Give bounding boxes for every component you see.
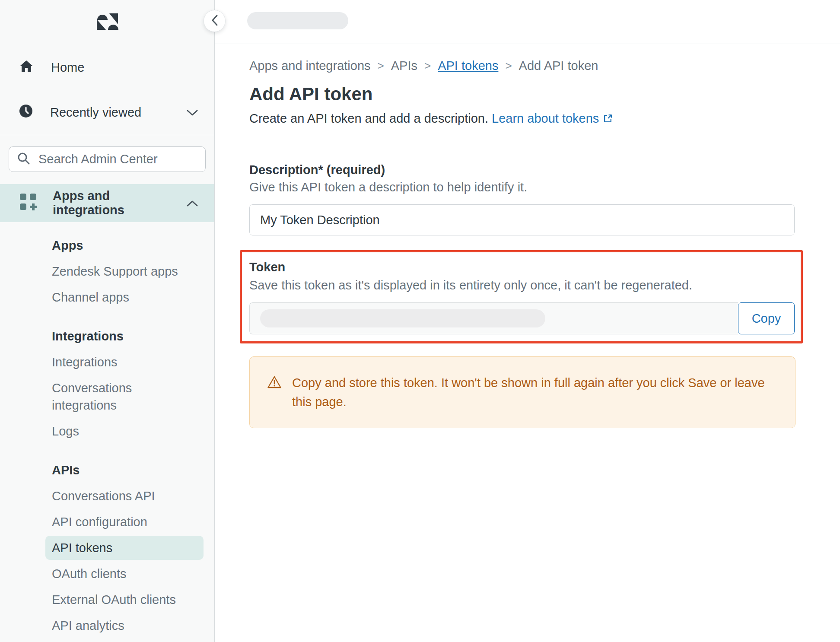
- chevron-up-icon: [186, 196, 199, 210]
- sidebar: Home Recently viewed: [0, 0, 215, 642]
- zendesk-logo-icon: [95, 12, 119, 33]
- learn-about-tokens-link[interactable]: Learn about tokens: [492, 111, 613, 125]
- breadcrumb-current-add-api-token: Add API token: [519, 57, 598, 74]
- token-label: Token: [249, 258, 795, 276]
- breadcrumb-separator-icon: >: [424, 57, 431, 74]
- breadcrumb: Apps and integrations > APIs > API token…: [249, 57, 795, 74]
- warning-triangle-icon: [267, 375, 282, 391]
- collapse-sidebar-button[interactable]: [204, 10, 226, 32]
- sidebar-item-recently-viewed[interactable]: Recently viewed: [0, 99, 214, 126]
- main-area: Apps and integrations > APIs > API token…: [215, 0, 840, 642]
- header-loading-skeleton: [247, 12, 348, 29]
- group-header-apis: APIs: [52, 461, 197, 479]
- main-header: [215, 0, 840, 44]
- description-help-text: Give this API token a description to hel…: [249, 178, 795, 196]
- apps-grid-icon: [19, 193, 37, 214]
- sidebar-section-apps-and-integrations[interactable]: Apps and integrations: [0, 184, 214, 222]
- page-title: Add API token: [249, 83, 795, 105]
- section-label: Apps and integrations: [53, 189, 170, 217]
- breadcrumb-apps-and-integrations[interactable]: Apps and integrations: [249, 57, 371, 74]
- warning-alert-text: Copy and store this token. It won't be s…: [292, 373, 771, 411]
- recently-viewed-label: Recently viewed: [50, 105, 141, 120]
- sidebar-item-zendesk-support-apps[interactable]: Zendesk Support apps: [52, 263, 197, 280]
- sidebar-item-conversations-integrations[interactable]: Conversations integrations: [52, 379, 197, 414]
- search-icon: [17, 152, 31, 167]
- description-label: Description* (required): [249, 161, 795, 178]
- copy-token-button[interactable]: Copy: [738, 302, 795, 334]
- sidebar-item-external-oauth-clients[interactable]: External OAuth clients: [52, 591, 197, 608]
- token-help-text: Save this token as it's displayed in its…: [249, 277, 795, 294]
- page-subtitle: Create an API token and add a descriptio…: [249, 110, 795, 128]
- token-section-highlight: Token Save this token as it's displayed …: [240, 250, 803, 343]
- token-value-field[interactable]: [249, 302, 738, 334]
- home-icon: [19, 60, 34, 76]
- sidebar-item-channel-apps[interactable]: Channel apps: [52, 289, 197, 306]
- breadcrumb-separator-icon: >: [378, 57, 384, 74]
- group-header-apps: Apps: [52, 237, 197, 254]
- sidebar-item-home[interactable]: Home: [0, 54, 214, 81]
- external-link-icon: [602, 113, 613, 127]
- group-header-integrations: Integrations: [52, 327, 197, 345]
- logo-row: [0, 0, 214, 45]
- sidebar-item-api-configuration[interactable]: API configuration: [52, 513, 197, 531]
- chevron-down-icon: [186, 105, 199, 120]
- sidebar-item-api-analytics[interactable]: API analytics: [52, 617, 197, 634]
- home-label: Home: [51, 60, 84, 75]
- search-area: [0, 135, 214, 184]
- sidebar-item-conversations-api[interactable]: Conversations API: [52, 487, 197, 505]
- search-input[interactable]: [38, 152, 197, 167]
- sidebar-item-api-tokens[interactable]: API tokens: [45, 536, 204, 560]
- clock-icon: [19, 104, 33, 121]
- sidebar-nav: Apps Zendesk Support apps Channel apps I…: [0, 222, 214, 634]
- sidebar-item-oauth-clients[interactable]: OAuth clients: [52, 565, 197, 582]
- subtitle-text: Create an API token and add a descriptio…: [249, 111, 488, 125]
- sidebar-item-logs[interactable]: Logs: [52, 423, 197, 440]
- page-content: Apps and integrations > APIs > API token…: [215, 44, 795, 428]
- token-redacted-skeleton: [260, 309, 545, 327]
- breadcrumb-api-tokens[interactable]: API tokens: [438, 57, 498, 74]
- description-input[interactable]: [249, 204, 795, 235]
- sidebar-item-integrations[interactable]: Integrations: [52, 353, 197, 371]
- search-box: [9, 146, 206, 172]
- token-input-group: Copy: [249, 302, 795, 334]
- breadcrumb-apis[interactable]: APIs: [391, 57, 417, 74]
- warning-alert: Copy and store this token. It won't be s…: [249, 356, 795, 428]
- breadcrumb-separator-icon: >: [505, 57, 512, 74]
- chevron-left-icon: [211, 14, 218, 28]
